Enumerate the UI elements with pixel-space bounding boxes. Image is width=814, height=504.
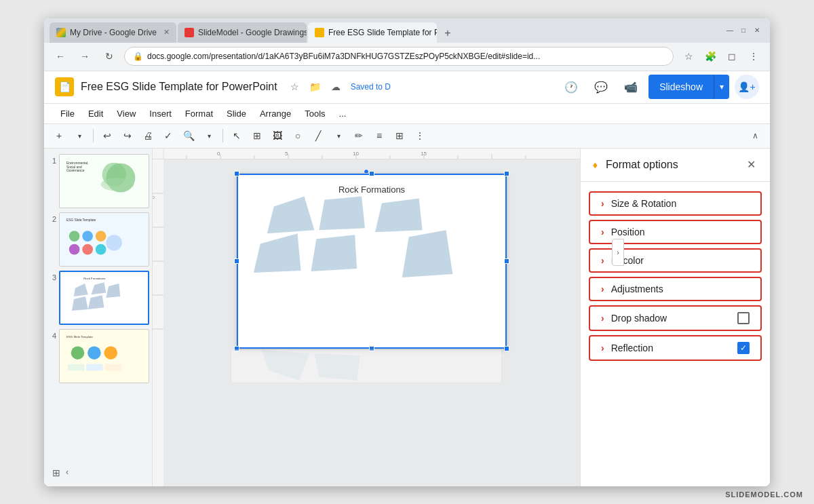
watermark: SLIDEMODEL.COM (725, 490, 803, 499)
tab-drive-close[interactable]: ✕ (163, 28, 170, 37)
menu-tools[interactable]: Tools (299, 106, 330, 121)
svg-point-6 (101, 178, 134, 191)
panel-collapse-button[interactable]: ‹ (66, 467, 69, 478)
extensions-button[interactable]: 🧩 (701, 47, 720, 66)
share-button[interactable]: 👤+ (735, 75, 759, 99)
slide-thumbnail-1[interactable]: Environmental, Social and Governance (59, 154, 149, 208)
slide-thumbnail-3[interactable]: Rock Formations (59, 271, 149, 325)
panel-bottom: ⊞ ‹ (47, 465, 149, 481)
grid-view-button[interactable]: ⊞ (52, 467, 60, 478)
history-button[interactable]: 🕐 (559, 75, 583, 99)
menu-bar: File Edit View Insert Format Slide Arran… (44, 104, 770, 124)
add-button[interactable]: + (50, 126, 69, 145)
url-bar[interactable]: 🔒 docs.google.com/presentation/d/1aKA6T3… (124, 47, 674, 66)
table-tool[interactable]: ⊞ (390, 126, 409, 145)
tab-slides-label: Free ESG Slide Template for Pow... (328, 28, 437, 37)
thumb4-content: ESG Slide Template (60, 330, 149, 383)
add-dropdown[interactable]: ▾ (70, 126, 89, 145)
panel-toggle-button[interactable]: › (612, 239, 624, 266)
menu-view[interactable]: View (111, 106, 141, 121)
tab-drawings[interactable]: SlideModel - Google Drawings ✕ (178, 22, 307, 43)
image-tool[interactable]: 🖼 (268, 126, 287, 145)
forward-button[interactable]: → (75, 47, 94, 66)
handle-lc[interactable] (234, 258, 239, 264)
format-option-reflection[interactable]: › Reflection ✓ (589, 335, 762, 361)
line-dropdown[interactable]: ▾ (329, 126, 348, 145)
logo-letter: 📄 (59, 81, 71, 92)
new-tab-button[interactable]: + (438, 24, 457, 43)
reflection-checkbox[interactable]: ✓ (737, 342, 750, 354)
handle-tr[interactable] (504, 171, 509, 176)
slide-number-3: 3 (47, 273, 56, 282)
undo-button[interactable]: ↩ (98, 126, 117, 145)
url-text: docs.google.com/presentation/d/1aKA6T3yB… (147, 52, 665, 61)
comment-button[interactable]: 💬 (589, 75, 613, 99)
menu-more[interactable]: ... (334, 106, 352, 121)
zoom-dropdown[interactable]: ▾ (199, 126, 218, 145)
handle-br[interactable] (504, 346, 509, 351)
menu-button[interactable]: ⋮ (744, 47, 763, 66)
shape-tool[interactable]: ○ (288, 126, 307, 145)
cursor-tool[interactable]: ↖ (227, 126, 246, 145)
maximize-button[interactable]: □ (739, 26, 748, 35)
menu-insert[interactable]: Insert (144, 106, 177, 121)
minimize-button[interactable]: — (725, 26, 735, 35)
menu-format[interactable]: Format (180, 106, 218, 121)
format-panel: › ⬧ Format options ✕ › Size & Rotation ›… (580, 149, 770, 486)
reload-button[interactable]: ↻ (100, 47, 119, 66)
slideshow-dropdown-button[interactable]: ▾ (714, 75, 729, 99)
slide-item-3[interactable]: 3 Rock Formations (47, 271, 149, 325)
address-bar: ← → ↻ 🔒 docs.google.com/presentation/d/1… (44, 43, 770, 71)
format-close-button[interactable]: ✕ (743, 157, 759, 173)
menu-file[interactable]: File (55, 106, 80, 121)
folder-button[interactable]: 📁 (307, 79, 324, 95)
handle-tl[interactable] (234, 171, 239, 176)
menu-arrange[interactable]: Arrange (254, 106, 296, 121)
toolbar-collapse-button[interactable]: ∧ (745, 126, 764, 145)
tab-slides[interactable]: Free ESG Slide Template for Pow... ✕ (308, 22, 437, 43)
slide-thumbnail-2[interactable]: ESG Slide Template (59, 212, 149, 267)
menu-slide[interactable]: Slide (221, 106, 252, 121)
tab-drive[interactable]: My Drive - Google Drive ✕ (50, 22, 176, 43)
svg-point-15 (106, 235, 121, 250)
redo-button[interactable]: ↪ (118, 126, 137, 145)
slide-reflection (231, 349, 502, 383)
profile-button[interactable]: ◻ (722, 47, 741, 66)
format-header: ⬧ Format options ✕ (581, 149, 770, 182)
svg-point-14 (96, 244, 106, 254)
handle-rc[interactable] (504, 258, 509, 264)
drop-shadow-checkbox[interactable] (737, 312, 750, 324)
line-tool[interactable]: ╱ (309, 126, 328, 145)
format-options-list: › Size & Rotation › Position › Recolor ›… (581, 182, 770, 370)
select-tool[interactable]: ⊞ (248, 126, 267, 145)
close-button[interactable]: ✕ (752, 26, 762, 35)
slide-item-1[interactable]: 1 Environmental, Social and Governance (47, 154, 149, 208)
star-title-button[interactable]: ☆ (287, 79, 303, 95)
main-content: 1 Environmental, Social and Governance (44, 149, 770, 486)
slideshow-button[interactable]: Slideshow (648, 75, 714, 99)
handle-tc[interactable] (369, 171, 374, 176)
slide-thumbnail-4[interactable]: ESG Slide Template (59, 329, 149, 383)
print-button[interactable]: 🖨 (138, 126, 157, 145)
svg-text:Environmental,: Environmental, (66, 161, 88, 164)
slide-canvas-main[interactable]: Rock Formations (236, 173, 507, 349)
back-button[interactable]: ← (51, 47, 70, 66)
chevron-reflection: › (601, 343, 604, 353)
format-option-adjustments[interactable]: › Adjustments (589, 277, 762, 301)
zoom-button[interactable]: 🔍 (179, 126, 198, 145)
thumb2-content: ESG Slide Template (60, 213, 149, 266)
more-tool[interactable]: ⋮ (410, 126, 429, 145)
slide-item-2[interactable]: 2 ESG Slide Template (47, 212, 149, 267)
canvas-scroll: Rock Formations (153, 159, 580, 486)
menu-edit[interactable]: Edit (83, 106, 109, 121)
star-button[interactable]: ☆ (679, 47, 698, 66)
format-option-drop-shadow[interactable]: › Drop shadow (589, 305, 762, 331)
slide-item-4[interactable]: 4 ESG Slide Template (47, 329, 149, 383)
cloud-button[interactable]: ☁ (328, 79, 344, 95)
spell-check-button[interactable]: ✓ (159, 126, 178, 145)
format-option-size-rotation[interactable]: › Size & Rotation (589, 191, 762, 216)
svg-point-27 (104, 346, 118, 360)
pen-tool[interactable]: ✏ (349, 126, 368, 145)
text-align-tool[interactable]: ≡ (370, 126, 389, 145)
camera-button[interactable]: 📹 (619, 75, 643, 99)
